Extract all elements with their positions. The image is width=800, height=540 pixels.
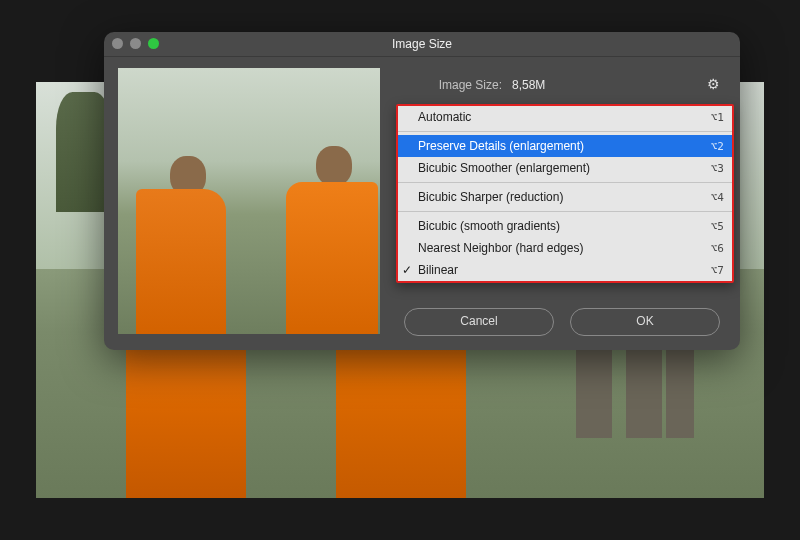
image-size-value: 8,58M (512, 78, 545, 92)
image-size-label: Image Size: (392, 78, 512, 92)
dropdown-item-shortcut: ⌥3 (711, 162, 724, 175)
tree (56, 92, 111, 212)
dropdown-item-label: Bicubic Sharper (reduction) (418, 190, 563, 204)
window-controls (112, 38, 159, 49)
image-preview (118, 68, 380, 334)
dropdown-item-nearest-neighbor[interactable]: Nearest Neighbor (hard edges) ⌥6 (398, 237, 732, 259)
dropdown-item-label: Bicubic (smooth gradients) (418, 219, 560, 233)
dropdown-item-label: Nearest Neighbor (hard edges) (418, 241, 583, 255)
close-icon[interactable] (112, 38, 123, 49)
dropdown-separator (398, 182, 732, 183)
dropdown-item-preserve-details[interactable]: Preserve Details (enlargement) ⌥2 (398, 135, 732, 157)
dropdown-item-shortcut: ⌥6 (711, 242, 724, 255)
dropdown-separator (398, 211, 732, 212)
dropdown-item-label: Bicubic Smoother (enlargement) (418, 161, 590, 175)
checkmark-icon: ✓ (402, 263, 412, 277)
resample-dropdown[interactable]: Automatic ⌥1 Preserve Details (enlargeme… (396, 104, 734, 283)
minimize-icon[interactable] (130, 38, 141, 49)
dropdown-item-bicubic-sharper[interactable]: Bicubic Sharper (reduction) ⌥4 (398, 186, 732, 208)
dropdown-item-shortcut: ⌥1 (711, 111, 724, 124)
dropdown-item-bicubic[interactable]: Bicubic (smooth gradients) ⌥5 (398, 215, 732, 237)
dropdown-item-shortcut: ⌥5 (711, 220, 724, 233)
dialog-titlebar[interactable]: Image Size (104, 32, 740, 57)
dropdown-item-label: Automatic (418, 110, 471, 124)
dropdown-item-bilinear[interactable]: ✓ Bilinear ⌥7 (398, 259, 732, 281)
dropdown-item-shortcut: ⌥2 (711, 140, 724, 153)
dialog-title: Image Size (392, 37, 452, 51)
maximize-icon[interactable] (148, 38, 159, 49)
dropdown-item-automatic[interactable]: Automatic ⌥1 (398, 106, 732, 128)
dropdown-item-label: Bilinear (418, 263, 458, 277)
dropdown-item-bicubic-smoother[interactable]: Bicubic Smoother (enlargement) ⌥3 (398, 157, 732, 179)
dropdown-item-shortcut: ⌥7 (711, 264, 724, 277)
cancel-button[interactable]: Cancel (404, 308, 554, 336)
dropdown-item-shortcut: ⌥4 (711, 191, 724, 204)
ok-button[interactable]: OK (570, 308, 720, 336)
dropdown-separator (398, 131, 732, 132)
dropdown-item-label: Preserve Details (enlargement) (418, 139, 584, 153)
